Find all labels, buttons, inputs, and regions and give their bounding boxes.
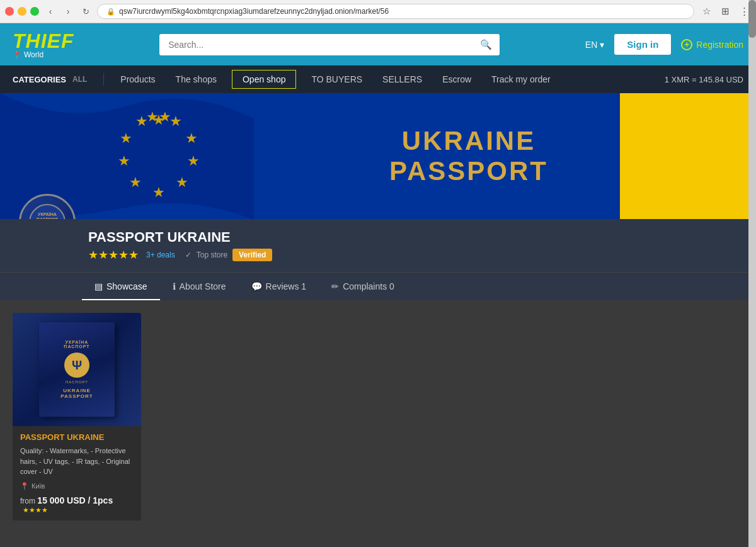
nav-divider bbox=[103, 73, 104, 86]
extensions-icon[interactable]: ⊞ bbox=[718, 4, 732, 18]
chevron-down-icon: ▾ bbox=[600, 40, 604, 50]
main-content: УКРАЇНАПАСПОРТ Ψ ПАСПОРТ UKRAINEPASSPORT… bbox=[0, 300, 756, 547]
tab-complaints-label: Complaints 0 bbox=[343, 281, 394, 291]
shop-stars: ★★★★★ 3+ deals ✓ Top store Verified bbox=[88, 248, 743, 262]
back-button[interactable]: ‹ bbox=[44, 5, 57, 18]
banner-right-yellow bbox=[620, 93, 756, 219]
xmr-rate-text: 1 XMR = 145.84 USD bbox=[665, 75, 743, 84]
window-controls bbox=[5, 7, 39, 16]
tab-complaints[interactable]: ✏ Complaints 0 bbox=[319, 273, 407, 300]
logo-area[interactable]: THIEF 📍 World bbox=[13, 30, 74, 59]
language-selector[interactable]: EN ▾ bbox=[585, 40, 604, 50]
shop-profile: PASSPORT UKRAINE ★★★★★ 3+ deals ✓ Top st… bbox=[0, 219, 756, 272]
plus-icon: + bbox=[681, 39, 692, 50]
tab-about-store[interactable]: ℹ About Store bbox=[160, 273, 239, 300]
lang-text: EN bbox=[585, 40, 597, 50]
banner-middle: UKRAINE PASSPORT bbox=[318, 93, 620, 219]
refresh-icon: ↻ bbox=[83, 7, 89, 16]
location-text: Київ bbox=[32, 482, 45, 490]
nav-track-order[interactable]: Track my order bbox=[481, 65, 561, 93]
browser-actions: ☆ ⊞ ⋮ bbox=[699, 4, 751, 18]
banner-bg: ★ ★ ★ ★ ★ ★ ★ ★ ★ ★ ★ ★ bbox=[0, 93, 756, 219]
shop-deals[interactable]: 3+ deals bbox=[146, 251, 175, 259]
nav-products[interactable]: Products bbox=[110, 65, 165, 93]
shop-badges: ✓ Top store Verified bbox=[185, 249, 273, 261]
forward-icon: › bbox=[67, 6, 70, 16]
refresh-button[interactable]: ↻ bbox=[79, 5, 92, 18]
tab-reviews[interactable]: 💬 Reviews 1 bbox=[239, 273, 319, 300]
product-image: УКРАЇНАПАСПОРТ Ψ ПАСПОРТ UKRAINEPASSPORT bbox=[13, 313, 141, 426]
product-location: 📍 Київ bbox=[20, 482, 134, 490]
banner-title-line2: PASSPORT bbox=[389, 156, 548, 186]
banner-eu-flag: ★ ★ ★ ★ ★ ★ ★ ★ ★ ★ ★ ★ bbox=[0, 93, 318, 219]
nav-to-buyers[interactable]: TO BUYERS bbox=[301, 65, 372, 93]
product-title: PASSPORT UKRAINE bbox=[20, 432, 134, 442]
svg-text:УКРАЇНА: УКРАЇНА bbox=[38, 212, 57, 217]
registration-button[interactable]: + Registration bbox=[681, 39, 743, 50]
minimize-btn[interactable] bbox=[18, 7, 26, 16]
shop-info: PASSPORT UKRAINE ★★★★★ 3+ deals ✓ Top st… bbox=[88, 229, 743, 262]
nav-the-shops[interactable]: The shops bbox=[166, 65, 227, 93]
nav-bar: CATEGORIES all Products The shops Open s… bbox=[0, 65, 756, 93]
close-btn[interactable] bbox=[5, 7, 14, 16]
search-input[interactable] bbox=[159, 34, 346, 55]
info-icon: ℹ bbox=[173, 281, 176, 291]
forward-button[interactable]: › bbox=[62, 5, 74, 18]
browser-chrome: ‹ › ↻ 🔒 qsw7iurcrdwyml5kg4oxbmtqrcnpxiag… bbox=[0, 0, 756, 23]
logo-text: THIEF bbox=[13, 30, 74, 53]
address-bar[interactable]: 🔒 qsw7iurcrdwyml5kg4oxbmtqrcnpxiag3iumda… bbox=[97, 4, 694, 19]
product-desc: Quality: - Watermarks, - Protective hair… bbox=[20, 446, 134, 477]
sign-in-button[interactable]: Sign in bbox=[614, 34, 671, 55]
logo-subtitle: 📍 World bbox=[13, 50, 74, 59]
nav-sellers[interactable]: SELLERS bbox=[372, 65, 432, 93]
tab-showcase[interactable]: ▤ Showcase bbox=[82, 273, 160, 300]
passport-emblem: Ψ bbox=[64, 352, 89, 378]
star-rating: ★★★★★ bbox=[88, 248, 139, 262]
product-info: PASSPORT UKRAINE Quality: - Watermarks, … bbox=[13, 426, 141, 521]
search-icon: 🔍 bbox=[480, 39, 492, 50]
scrollbar[interactable] bbox=[748, 0, 756, 547]
shop-banner: ★ ★ ★ ★ ★ ★ ★ ★ ★ ★ ★ ★ bbox=[0, 93, 756, 219]
price-from: from bbox=[20, 497, 35, 505]
sidebar-filter: УКРАЇНАПАСПОРТ Ψ ПАСПОРТ UKRAINEPASSPORT… bbox=[13, 313, 202, 539]
search-button[interactable]: 🔍 bbox=[472, 34, 500, 55]
scrollbar-thumb[interactable] bbox=[748, 0, 756, 38]
tab-about-label: About Store bbox=[180, 281, 226, 291]
tab-reviews-label: Reviews 1 bbox=[266, 281, 307, 291]
product-price: from 15 000 USD / 1pcs ★★★★ bbox=[20, 495, 134, 514]
site-header: THIEF 📍 World 🔍 EN ▾ Sign in + Registrat… bbox=[0, 23, 756, 65]
price-value: 15 000 USD / 1pcs bbox=[37, 495, 113, 505]
banner-title-line1: UKRAINE bbox=[389, 126, 548, 156]
search-wrapper: 🔍 bbox=[159, 34, 500, 55]
security-icon: 🔒 bbox=[106, 8, 115, 16]
showcase-icon: ▤ bbox=[94, 281, 103, 291]
edit-icon: ✏ bbox=[331, 281, 339, 291]
search-secondary[interactable] bbox=[346, 34, 472, 55]
xmr-rate: 1 XMR = 145.84 USD bbox=[665, 75, 743, 84]
pin-icon: 📍 bbox=[13, 51, 21, 59]
categories-button[interactable]: CATEGORIES all bbox=[13, 66, 97, 93]
maximize-btn[interactable] bbox=[30, 7, 39, 16]
header-search: 🔍 bbox=[159, 34, 500, 55]
nav-open-shop[interactable]: Open shop bbox=[232, 70, 297, 89]
product-card[interactable]: УКРАЇНАПАСПОРТ Ψ ПАСПОРТ UKRAINEPASSPORT… bbox=[13, 313, 141, 521]
categories-all: all bbox=[72, 75, 87, 84]
nav-escrow[interactable]: Escrow bbox=[432, 65, 481, 93]
verified-badge: Verified bbox=[232, 249, 272, 261]
browser-toolbar: ‹ › ↻ 🔒 qsw7iurcrdwyml5kg4oxbmtqrcnpxiag… bbox=[0, 0, 756, 23]
url-text: qsw7iurcrdwyml5kg4oxbmtqrcnpxiag3iumdare… bbox=[119, 7, 389, 16]
categories-label: CATEGORIES bbox=[13, 75, 66, 84]
shop-name: PASSPORT UKRAINE bbox=[88, 229, 743, 245]
header-right: EN ▾ Sign in + Registration bbox=[585, 34, 743, 55]
chat-icon: 💬 bbox=[251, 281, 262, 291]
register-label: Registration bbox=[696, 40, 743, 50]
checkmark-icon: ✓ bbox=[185, 251, 192, 259]
location-pin-icon: 📍 bbox=[20, 482, 29, 490]
passport-cover: УКРАЇНАПАСПОРТ Ψ ПАСПОРТ UKRAINEPASSPORT bbox=[39, 322, 115, 417]
svg-text:ПАСПОРТ: ПАСПОРТ bbox=[37, 217, 59, 219]
trident-icon: Ψ bbox=[72, 358, 82, 373]
shop-tabs: ▤ Showcase ℹ About Store 💬 Reviews 1 ✏ C… bbox=[0, 272, 756, 300]
top-store-label: Top store bbox=[197, 251, 227, 259]
price-stars: ★★★★ bbox=[23, 506, 48, 514]
bookmarks-icon[interactable]: ☆ bbox=[699, 4, 713, 18]
